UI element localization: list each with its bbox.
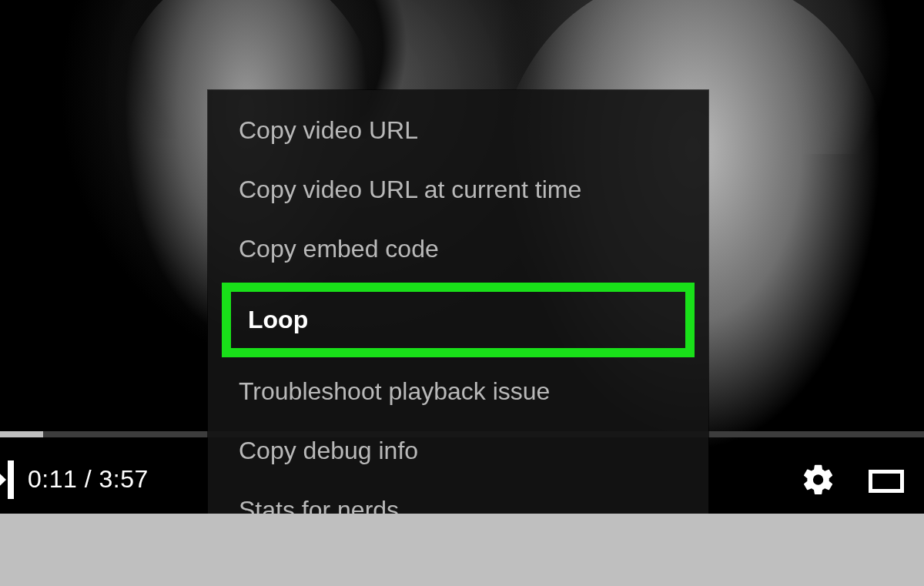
- right-controls: [798, 460, 907, 502]
- video-player[interactable]: 0:11 / 3:57 Copy video URL Copy video UR…: [0, 0, 924, 514]
- menu-item-highlight: Loop: [222, 283, 695, 357]
- progress-fill: [0, 431, 43, 437]
- page: 0:11 / 3:57 Copy video URL Copy video UR…: [0, 0, 924, 586]
- menu-item-copy-debug[interactable]: Copy debug info: [208, 421, 708, 481]
- context-menu: Copy video URL Copy video URL at current…: [208, 90, 708, 514]
- gear-icon: [801, 462, 836, 501]
- theater-mode-button[interactable]: [865, 460, 907, 502]
- menu-item-troubleshoot[interactable]: Troubleshoot playback issue: [208, 362, 708, 421]
- theater-icon: [869, 470, 904, 493]
- settings-button[interactable]: [798, 460, 839, 502]
- menu-item-stats[interactable]: Stats for nerds: [208, 481, 708, 514]
- menu-item-copy-url[interactable]: Copy video URL: [208, 101, 708, 160]
- menu-item-copy-url-time[interactable]: Copy video URL at current time: [208, 160, 708, 219]
- menu-item-loop[interactable]: Loop: [231, 292, 685, 348]
- time-display: 0:11 / 3:57: [28, 465, 149, 494]
- menu-item-copy-embed[interactable]: Copy embed code: [208, 219, 708, 279]
